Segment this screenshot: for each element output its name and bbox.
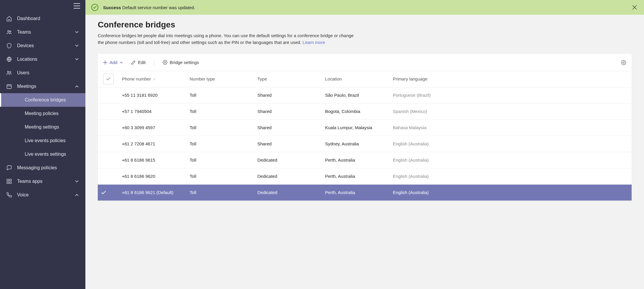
apps-icon	[6, 178, 12, 185]
svg-point-20	[164, 62, 165, 63]
hamburger-button[interactable]	[0, 0, 85, 12]
toolbar-separator	[154, 59, 154, 66]
check-icon	[106, 77, 110, 81]
banner-strong: Success	[103, 5, 121, 10]
main-area: Success Default service number was updat…	[85, 0, 644, 289]
sidebar-subitem-live-events-settings[interactable]: Live events settings	[0, 147, 85, 161]
cell-phone: +61 8 6186 9620	[118, 168, 186, 184]
cell-type: Shared	[254, 119, 322, 136]
home-icon	[6, 15, 12, 22]
cell-type: Dedicated	[254, 184, 322, 201]
col-primary-language[interactable]: Primary language	[389, 71, 632, 87]
plus-icon	[103, 60, 107, 65]
globe-icon	[6, 56, 12, 63]
sort-asc-icon: ↑	[153, 77, 155, 81]
devices-icon	[6, 42, 12, 49]
content: Conference bridges Conference bridges le…	[85, 15, 644, 289]
table-row[interactable]: +60 3 3099 4597TollSharedKuala Lumpur, M…	[98, 119, 632, 136]
page-description: Conference bridges let people dial into …	[98, 32, 354, 46]
pencil-icon	[131, 60, 136, 65]
col-phone-number[interactable]: Phone number ↑	[118, 71, 186, 87]
svg-rect-14	[7, 182, 9, 184]
sidebar-item-label: Users	[17, 70, 80, 75]
table-settings-button[interactable]	[621, 60, 626, 65]
sidebar-item-devices[interactable]: Devices	[0, 39, 85, 52]
col-number-type[interactable]: Number type	[186, 71, 254, 87]
add-button[interactable]: Add	[103, 60, 123, 65]
edit-button[interactable]: Edit	[131, 60, 146, 65]
svg-rect-12	[7, 179, 9, 181]
toolbar: Add Edit Bridge settings	[98, 54, 632, 71]
table-row[interactable]: +61 2 7208 4671TollSharedSydney, Austral…	[98, 136, 632, 152]
learn-more-link[interactable]: Learn more	[302, 40, 325, 45]
cell-language: English (Australia)	[389, 184, 632, 201]
sidebar-item-messaging-policies[interactable]: Messaging policies	[0, 161, 85, 175]
sidebar-subitem-meeting-policies[interactable]: Meeting policies	[0, 107, 85, 120]
cell-type: Shared	[254, 103, 322, 119]
users-icon	[6, 70, 12, 76]
sidebar-subitem-meeting-settings[interactable]: Meeting settings	[0, 120, 85, 134]
bridge-panel: Add Edit Bridge settings	[98, 54, 632, 201]
col-phone-label: Phone number	[122, 76, 151, 81]
svg-point-6	[7, 71, 9, 73]
bridge-settings-button[interactable]: Bridge settings	[163, 60, 199, 65]
table-row[interactable]: +61 8 6186 9620TollDedicatedPerth, Austr…	[98, 168, 632, 184]
sidebar: DashboardTeamsDevicesLocationsUsersMeeti…	[0, 0, 85, 289]
sidebar-item-dashboard[interactable]: Dashboard	[0, 12, 85, 25]
sidebar-item-voice[interactable]: Voice	[0, 188, 85, 202]
banner-text: Success Default service number was updat…	[103, 5, 195, 10]
svg-rect-15	[10, 182, 11, 184]
row-check[interactable]	[98, 152, 118, 168]
row-check[interactable]	[98, 136, 118, 152]
cell-phone: +55 11 3181 6920	[118, 87, 186, 103]
cell-location: São Paulo, Brazil	[322, 87, 389, 103]
banner-message: Default service number was updated.	[122, 5, 195, 10]
sidebar-item-label: Devices	[17, 43, 74, 48]
close-icon	[632, 5, 637, 10]
table-row[interactable]: +61 8 6186 9615TollDedicatedPerth, Austr…	[98, 152, 632, 168]
row-check[interactable]	[98, 184, 118, 201]
bridge-settings-label: Bridge settings	[170, 60, 199, 65]
cell-number-type: Toll	[186, 119, 254, 136]
cell-language: English (Australia)	[389, 136, 632, 152]
cell-type: Shared	[254, 136, 322, 152]
cell-location: Kuala Lumpur, Malaysia	[322, 119, 389, 136]
chevron-up-icon	[74, 192, 80, 198]
cell-location: Bogotá, Colombia	[322, 103, 389, 119]
sidebar-item-teams-apps[interactable]: Teams apps	[0, 175, 85, 188]
sidebar-item-meetings[interactable]: Meetings	[0, 80, 85, 93]
cell-number-type: Toll	[186, 103, 254, 119]
sidebar-item-label: Teams apps	[17, 179, 74, 184]
chevron-down-icon	[74, 29, 80, 35]
col-location[interactable]: Location	[322, 71, 389, 87]
chat-icon	[6, 165, 12, 171]
select-all-checkbox[interactable]	[103, 74, 114, 84]
col-type[interactable]: Type	[254, 71, 322, 87]
cell-language: English (Australia)	[389, 168, 632, 184]
row-check[interactable]	[98, 87, 118, 103]
svg-point-3	[8, 30, 9, 32]
sidebar-item-teams[interactable]: Teams	[0, 25, 85, 39]
cell-type: Shared	[254, 87, 322, 103]
cell-phone: +61 2 7208 4671	[118, 136, 186, 152]
row-check[interactable]	[98, 119, 118, 136]
svg-rect-13	[10, 179, 11, 181]
cell-number-type: Toll	[186, 168, 254, 184]
sidebar-item-locations[interactable]: Locations	[0, 52, 85, 66]
sidebar-subitem-live-events-policies[interactable]: Live events policies	[0, 134, 85, 147]
cell-location: Perth, Australia	[322, 152, 389, 168]
row-check[interactable]	[98, 168, 118, 184]
cell-number-type: Toll	[186, 136, 254, 152]
cell-location: Perth, Australia	[322, 184, 389, 201]
page-title: Conference bridges	[98, 20, 632, 29]
banner-close-button[interactable]	[631, 4, 638, 11]
cell-language: Portuguese (Brazil)	[389, 87, 632, 103]
cell-type: Dedicated	[254, 152, 322, 168]
table-row[interactable]: +57 1 7940504TollSharedBogotá, ColombiaS…	[98, 103, 632, 119]
table-row[interactable]: +55 11 3181 6920TollSharedSão Paulo, Bra…	[98, 87, 632, 103]
cell-language: Spanish (Mexico)	[389, 103, 632, 119]
row-check[interactable]	[98, 103, 118, 119]
sidebar-item-users[interactable]: Users	[0, 66, 85, 80]
sidebar-subitem-conference-bridges[interactable]: Conference bridges	[0, 93, 85, 107]
table-row[interactable]: +61 8 6186 9621 (Default)TollDedicatedPe…	[98, 184, 632, 201]
